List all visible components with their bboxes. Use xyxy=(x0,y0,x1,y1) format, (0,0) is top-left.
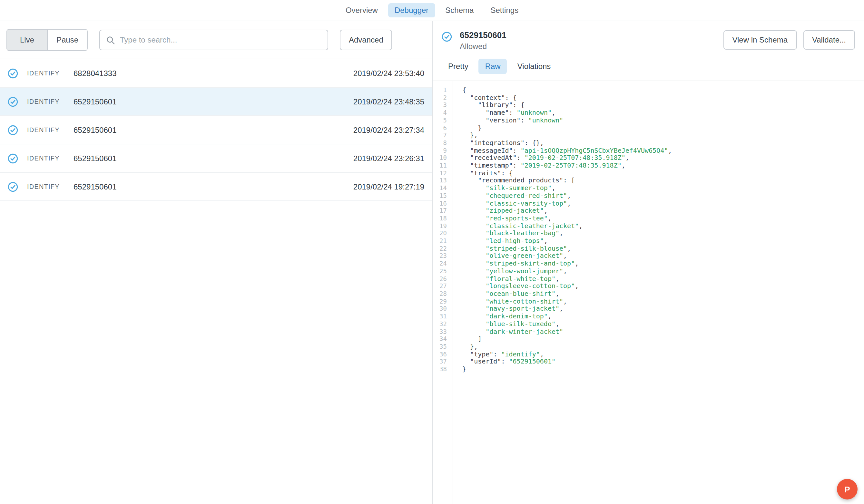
check-circle-icon xyxy=(8,125,18,135)
pause-button[interactable]: Pause xyxy=(47,30,87,50)
line-number: 2 xyxy=(433,94,447,101)
line-number: 21 xyxy=(433,237,447,245)
code-line: "dark-denim-top", xyxy=(462,312,864,320)
code-line: "blue-silk-tuxedo", xyxy=(462,320,864,328)
line-number: 28 xyxy=(433,290,447,297)
event-type: IDENTIFY xyxy=(27,98,64,105)
tab-violations[interactable]: Violations xyxy=(511,59,557,74)
status-badge: Allowed xyxy=(460,42,506,51)
line-number: 5 xyxy=(433,116,447,124)
code-viewer[interactable]: 1234567891011121314151617181920212223242… xyxy=(433,81,864,504)
code-line: "context": { xyxy=(462,94,864,101)
event-type: IDENTIFY xyxy=(27,183,64,190)
tab-overview[interactable]: Overview xyxy=(339,3,384,17)
validate-button[interactable]: Validate... xyxy=(803,30,855,50)
event-user-id: 6529150601 xyxy=(73,125,117,134)
line-number: 11 xyxy=(433,162,447,169)
app-window: Overview Debugger Schema Settings Live P… xyxy=(0,0,864,504)
event-row-selected[interactable]: IDENTIFY 6529150601 2019/02/24 23:48:35 xyxy=(0,88,432,116)
event-user-id: 6828041333 xyxy=(73,69,117,78)
code-line: "name": "unknown", xyxy=(462,109,864,116)
code-line: "classic-varsity-top", xyxy=(462,199,864,207)
search-input[interactable] xyxy=(120,35,321,45)
line-number: 6 xyxy=(433,124,447,132)
tab-schema[interactable]: Schema xyxy=(439,3,480,17)
line-numbers: 1234567891011121314151617181920212223242… xyxy=(433,81,453,504)
code-line: "dark-winter-jacket" xyxy=(462,328,864,335)
search-box[interactable] xyxy=(99,30,328,50)
event-type: IDENTIFY xyxy=(27,70,64,77)
event-user-id: 6529150601 xyxy=(73,154,117,163)
intercom-launcher-button[interactable]: P xyxy=(837,479,857,500)
line-number: 19 xyxy=(433,222,447,230)
main-content: Live Pause Advanced IDENTIFY 6828041333 xyxy=(0,21,864,504)
event-timestamp: 2019/02/24 23:26:31 xyxy=(353,154,424,163)
check-circle-icon xyxy=(8,96,18,107)
top-nav: Overview Debugger Schema Settings xyxy=(0,0,864,21)
check-circle-icon xyxy=(8,68,18,78)
check-circle-icon xyxy=(8,153,18,163)
code-line: "floral-white-top", xyxy=(462,275,864,282)
line-number: 15 xyxy=(433,192,447,199)
code-line: "silk-summer-top", xyxy=(462,184,864,192)
view-in-schema-button[interactable]: View in Schema xyxy=(723,30,796,50)
tab-debugger[interactable]: Debugger xyxy=(388,3,435,17)
event-type: IDENTIFY xyxy=(27,126,64,133)
code-line: "classic-leather-jacket", xyxy=(462,222,864,230)
live-pause-toggle: Live Pause xyxy=(7,29,88,51)
line-number: 7 xyxy=(433,132,447,139)
event-list-panel: Live Pause Advanced IDENTIFY 6828041333 xyxy=(0,21,433,504)
code-line: "chequered-red-shirt", xyxy=(462,192,864,199)
line-number: 38 xyxy=(433,366,447,373)
code-line: } xyxy=(462,124,864,132)
code-line: "black-leather-bag", xyxy=(462,230,864,237)
event-list: IDENTIFY 6828041333 2019/02/24 23:53:40 … xyxy=(0,59,432,504)
code-line: }, xyxy=(462,343,864,350)
line-number: 36 xyxy=(433,350,447,358)
detail-tabs: Pretty Raw Violations xyxy=(433,56,864,81)
line-number: 20 xyxy=(433,230,447,237)
code-line: ] xyxy=(462,335,864,343)
line-number: 31 xyxy=(433,312,447,320)
event-row[interactable]: IDENTIFY 6828041333 2019/02/24 23:53:40 xyxy=(0,59,432,88)
line-number: 13 xyxy=(433,177,447,184)
live-button[interactable]: Live xyxy=(7,30,47,50)
detail-title: 6529150601 xyxy=(460,30,506,40)
tab-settings[interactable]: Settings xyxy=(484,3,525,17)
line-number: 26 xyxy=(433,275,447,282)
code-line: "recommended_products": [ xyxy=(462,177,864,184)
event-timestamp: 2019/02/24 23:53:40 xyxy=(353,69,424,78)
line-number: 14 xyxy=(433,184,447,192)
event-row[interactable]: IDENTIFY 6529150601 2019/02/24 23:27:34 xyxy=(0,116,432,144)
detail-title-block: 6529150601 Allowed xyxy=(460,30,506,51)
event-toolbar: Live Pause Advanced xyxy=(0,21,432,59)
code-line: "timestamp": "2019-02-25T07:48:35.918Z", xyxy=(462,162,864,169)
event-user-id: 6529150601 xyxy=(73,182,117,191)
code-line: "library": { xyxy=(462,101,864,109)
advanced-button[interactable]: Advanced xyxy=(340,30,392,50)
line-number: 10 xyxy=(433,155,447,162)
code-line: "zipped-jacket", xyxy=(462,207,864,214)
line-number: 29 xyxy=(433,297,447,305)
code-line: } xyxy=(462,366,864,373)
line-number: 25 xyxy=(433,268,447,275)
code-line: { xyxy=(462,86,864,94)
line-number: 12 xyxy=(433,169,447,176)
event-row[interactable]: IDENTIFY 6529150601 2019/02/24 19:27:19 xyxy=(0,173,432,201)
line-number: 32 xyxy=(433,320,447,328)
event-row[interactable]: IDENTIFY 6529150601 2019/02/24 23:26:31 xyxy=(0,144,432,173)
code-line: "navy-sport-jacket", xyxy=(462,305,864,312)
code-line: "type": "identify", xyxy=(462,350,864,358)
line-number: 17 xyxy=(433,207,447,214)
line-number: 37 xyxy=(433,358,447,366)
tab-pretty[interactable]: Pretty xyxy=(442,59,475,74)
event-timestamp: 2019/02/24 23:48:35 xyxy=(353,97,424,106)
event-timestamp: 2019/02/24 19:27:19 xyxy=(353,182,424,191)
line-number: 34 xyxy=(433,335,447,343)
line-number: 18 xyxy=(433,214,447,222)
tab-raw[interactable]: Raw xyxy=(479,59,507,74)
code-lines: { "context": { "library": { "name": "unk… xyxy=(453,81,864,504)
line-number: 27 xyxy=(433,283,447,290)
event-detail-panel: 6529150601 Allowed View in Schema Valida… xyxy=(433,21,864,504)
detail-header: 6529150601 Allowed View in Schema Valida… xyxy=(433,21,864,56)
